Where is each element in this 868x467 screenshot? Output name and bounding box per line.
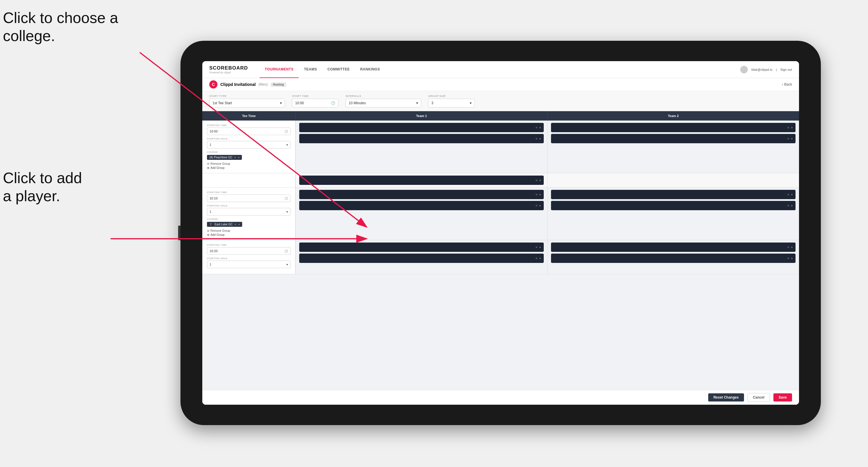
expand-player-icon[interactable]: ▾ — [791, 137, 793, 140]
expand-course-2[interactable]: ▾ — [238, 223, 240, 226]
player-row-4-2[interactable]: ✕ ▾ — [551, 201, 796, 210]
chevron-down-icon: ▾ — [280, 101, 282, 105]
back-button[interactable]: ‹ Back — [782, 83, 792, 87]
player-row-5-1[interactable]: ✕ ▾ — [299, 243, 544, 252]
tee-controls-3: STARTING TIME: 10:20 🕐 STARTING HOLE: 1 … — [202, 240, 296, 274]
remove-player-icon[interactable]: ✕ — [535, 137, 538, 140]
remove-player-icon[interactable]: ✕ — [535, 246, 538, 249]
user-email: blair@clippd.io — [751, 68, 772, 71]
nav-committee[interactable]: COMMITTEE — [322, 61, 355, 78]
start-type-select[interactable]: 1st Tee Start ▾ — [209, 99, 285, 107]
player-row-4-1[interactable]: ✕ ▾ — [551, 190, 796, 199]
course-tag-1[interactable]: (A) Peachtree GC ✕ ▾ — [207, 155, 242, 160]
remove-player-icon[interactable]: ✕ — [535, 126, 538, 129]
nav-teams[interactable]: TEAMS — [299, 61, 322, 78]
remove-player-icon[interactable]: ✕ — [535, 193, 538, 196]
starting-time-value-3[interactable]: 10:20 🕐 — [207, 247, 290, 255]
remove-player-icon[interactable]: ✕ — [535, 204, 538, 207]
save-button[interactable]: Save — [773, 393, 792, 402]
expand-player-icon[interactable]: ▾ — [539, 193, 541, 196]
annotation-bottom: Click to add a player. — [3, 169, 82, 205]
expand-course-1[interactable]: ▾ — [238, 156, 240, 159]
clock-icon-2: 🕐 — [284, 197, 288, 200]
remove-group-btn-1[interactable]: ⊖ Remove Group — [207, 162, 290, 165]
tournament-info: C Clippd Invitational (Men) Hosting — [209, 80, 286, 89]
starting-time-value-2[interactable]: 10:10 🕐 — [207, 194, 290, 202]
player-row-1-1[interactable]: ✕ ▾ — [299, 123, 544, 132]
starting-hole-value-3[interactable]: 1 ▾ — [207, 260, 290, 268]
nav-rankings[interactable]: RANKINGS — [355, 61, 385, 78]
player-row-1-2[interactable]: ✕ ▾ — [299, 134, 544, 143]
expand-player-icon[interactable]: ▾ — [539, 257, 541, 260]
expand-player-icon[interactable]: ▾ — [791, 126, 793, 129]
start-time-input[interactable]: 10:00 🕐 — [292, 99, 339, 107]
tournament-gender: (Men) — [258, 83, 268, 87]
remove-player-icon[interactable]: ✕ — [535, 179, 538, 182]
player-row-3-1[interactable]: ✕ ▾ — [299, 190, 544, 199]
group-size-group: Group Size 3 ▾ — [428, 95, 475, 107]
expand-player-icon[interactable]: ▾ — [791, 246, 793, 249]
starting-hole-value-2[interactable]: 1 ▾ — [207, 208, 290, 215]
expand-player-icon[interactable]: ▾ — [791, 193, 793, 196]
annotation-top: Click to choose a college. — [3, 9, 118, 45]
chevron-icon-3: ▾ — [286, 263, 288, 266]
remove-player-icon[interactable]: ✕ — [787, 204, 789, 207]
starting-hole-label-1: STARTING HOLE: — [207, 137, 290, 140]
group-size-select[interactable]: 3 ▾ — [428, 99, 475, 107]
player-row-5-2[interactable]: ✕ ▾ — [299, 254, 544, 263]
course-tag-2[interactable]: 🏌 East Lake GC ✕ ▾ — [207, 222, 242, 227]
sign-out-link[interactable]: Sign out — [780, 68, 792, 71]
add-group-btn-1[interactable]: ⊕ Add Group — [207, 166, 290, 169]
remove-player-icon[interactable]: ✕ — [787, 257, 789, 260]
player-row-6-1[interactable]: ✕ ▾ — [551, 243, 796, 252]
add-group-btn-2[interactable]: ⊕ Add Group — [207, 233, 290, 237]
separator: | — [776, 68, 777, 71]
chevron-icon-2: ▾ — [286, 210, 288, 213]
course-label-1: COURSE: — [207, 151, 290, 153]
expand-player-icon[interactable]: ▾ — [791, 257, 793, 260]
player-row-3-2[interactable]: ✕ ▾ — [299, 201, 544, 210]
expand-player-icon[interactable]: ▾ — [539, 126, 541, 129]
starting-hole-value-1[interactable]: 1 ▾ — [207, 141, 290, 149]
starting-time-label-2: STARTING TIME: — [207, 191, 290, 194]
remove-player-icon[interactable]: ✕ — [787, 137, 789, 140]
clock-icon-1: 🕐 — [284, 130, 288, 133]
expand-player-icon[interactable]: ▾ — [539, 204, 541, 207]
tournament-logo: C — [209, 80, 217, 89]
player-row-6-2[interactable]: ✕ ▾ — [551, 254, 796, 263]
bottom-bar: Reset Changes Cancel Save — [202, 390, 799, 405]
course-label-2: COURSE: — [207, 218, 290, 220]
player-row-2-2[interactable]: ✕ ▾ — [551, 134, 796, 143]
cancel-button[interactable]: Cancel — [747, 393, 770, 402]
remove-group-btn-2[interactable]: ⊖ Remove Group — [207, 229, 290, 232]
navbar-brand: SCOREBOARD Powered by clippd — [209, 65, 248, 74]
intervals-select[interactable]: 10 Minutes ▾ — [345, 99, 421, 107]
player-row-2-1[interactable]: ✕ ▾ — [551, 123, 796, 132]
starting-time-value-1[interactable]: 10:00 🕐 — [207, 127, 290, 135]
remove-player-icon[interactable]: ✕ — [787, 126, 789, 129]
sub-header: C Clippd Invitational (Men) Hosting ‹ Ba… — [202, 78, 799, 91]
expand-player-icon[interactable]: ▾ — [791, 204, 793, 207]
expand-player-icon[interactable]: ▾ — [539, 179, 541, 182]
navbar-nav: TOURNAMENTS TEAMS COMMITTEE RANKINGS — [260, 61, 741, 78]
expand-player-icon[interactable]: ▾ — [539, 137, 541, 140]
chevron-down-icon-2: ▾ — [416, 101, 418, 105]
intervals-label: Intervals — [345, 95, 421, 97]
th-team2: Team 2 — [547, 111, 799, 121]
table-header: Tee Time Team 1 Team 2 — [202, 111, 799, 121]
team1-col-1: ✕ ▾ ✕ ▾ — [296, 121, 547, 173]
tablet-side-button — [178, 226, 181, 240]
nav-tournaments[interactable]: TOURNAMENTS — [260, 61, 299, 78]
remove-player-icon[interactable]: ✕ — [535, 257, 538, 260]
chevron-icon-1: ▾ — [286, 143, 288, 147]
clock-icon: 🕐 — [331, 101, 335, 105]
course-actions-2: ⊖ Remove Group ⊕ Add Group — [207, 229, 290, 237]
reset-changes-button[interactable]: Reset Changes — [708, 393, 744, 402]
remove-course-1[interactable]: ✕ — [234, 156, 236, 159]
remove-player-icon[interactable]: ✕ — [787, 193, 789, 196]
expand-player-icon[interactable]: ▾ — [539, 246, 541, 249]
start-time-group: Start Time 10:00 🕐 — [292, 95, 339, 107]
remove-player-icon[interactable]: ✕ — [787, 246, 789, 249]
remove-course-2[interactable]: ✕ — [234, 223, 237, 226]
player-row-extra-1[interactable]: ✕ ▾ — [299, 176, 544, 185]
